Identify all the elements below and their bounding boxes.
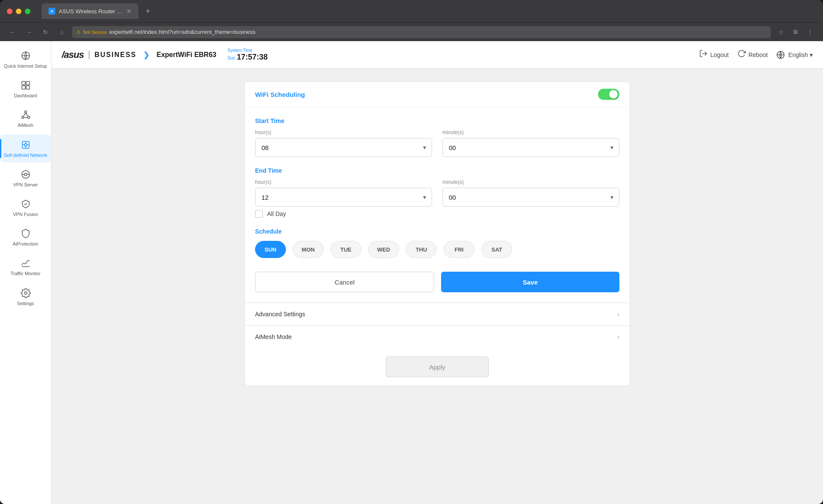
bookmark-button[interactable]: ☆ — [775, 26, 787, 38]
sidebar-item-quick-internet-setup[interactable]: Quick Internet Setup — [0, 45, 51, 73]
browser-frame: A ASUS Wireless Router Exper... ✕ + ← → … — [0, 0, 823, 504]
system-time-day: Sun — [228, 56, 235, 60]
start-hours-value: 08 — [261, 144, 269, 151]
sidebar-item-aiprotection[interactable]: AiProtection — [0, 223, 51, 251]
header: /asus | BUSINESS ❯ ExpertWiFi EBR63 Syst… — [51, 41, 823, 69]
end-hours-select[interactable]: 12 ▾ — [255, 188, 432, 207]
menu-button[interactable]: ⋮ — [804, 26, 816, 38]
apply-button[interactable]: Apply — [386, 357, 489, 377]
browser-tab[interactable]: A ASUS Wireless Router Exper... ✕ — [42, 3, 138, 19]
svg-point-18 — [24, 173, 27, 176]
reboot-icon — [737, 49, 746, 60]
system-time-block: System Time Sun 17:57:38 — [228, 48, 268, 62]
day-button-sun[interactable]: SUN — [255, 241, 286, 258]
reload-button[interactable]: ↻ — [39, 26, 51, 38]
maximize-window-button[interactable] — [25, 9, 30, 14]
forward-button[interactable]: → — [23, 26, 35, 38]
sidebar-label-settings: Settings — [17, 301, 34, 306]
system-time-row: System Time — [228, 48, 252, 53]
svg-rect-4 — [26, 86, 30, 89]
address-bar[interactable]: ⚠ Not Secure expertwifi.net/index.html?u… — [72, 26, 771, 38]
end-minutes-select[interactable]: 00 ▾ — [442, 188, 619, 207]
sidebar-item-aimesh[interactable]: AiMesh — [0, 105, 51, 132]
language-chevron-icon: ▾ — [810, 51, 813, 58]
sidebar-label-vpn-server: VPN Server — [13, 182, 38, 188]
home-button[interactable]: ⌂ — [56, 26, 68, 38]
start-hours-select[interactable]: 08 ▾ — [255, 138, 432, 157]
url-display: expertwifi.net/index.html?url=sdn&curren… — [109, 29, 255, 35]
start-minutes-wrapper: 00 ▾ — [442, 138, 619, 157]
settings-icon — [20, 287, 32, 299]
allday-checkbox[interactable] — [255, 210, 263, 218]
asus-brand-text: /asus — [62, 49, 84, 60]
vpn-fusion-icon — [20, 198, 32, 210]
day-button-tue[interactable]: TUE — [330, 241, 361, 258]
new-tab-button[interactable]: + — [142, 5, 154, 17]
start-hours-field: hour(s) 08 ▾ — [255, 129, 432, 157]
end-hours-label: hour(s) — [255, 179, 432, 185]
end-time-row: hour(s) 12 ▾ minute(s) — [255, 179, 619, 207]
end-time-section: End Time hour(s) 12 ▾ — [255, 167, 619, 218]
end-time-label: End Time — [255, 167, 619, 174]
traffic-lights — [7, 9, 30, 14]
advanced-settings-label: Advanced Settings — [255, 311, 305, 318]
day-button-thu[interactable]: THU — [406, 241, 437, 258]
svg-point-12 — [24, 144, 27, 146]
aimesh-mode-section[interactable]: AiMesh Mode › — [245, 325, 630, 348]
sidebar-label-vpn-fusion: VPN Fusion — [13, 212, 38, 217]
tab-title: ASUS Wireless Router Exper... — [59, 8, 123, 15]
extensions-button[interactable]: ⧉ — [790, 26, 802, 38]
system-time-value: 17:57:38 — [237, 53, 268, 62]
language-dropdown[interactable]: English ▾ — [776, 51, 813, 59]
not-secure-label: Not Secure — [83, 30, 107, 35]
sidebar-item-dashboard[interactable]: Dashboard — [0, 75, 51, 103]
router-name: ExpertWiFi EBR63 — [156, 51, 216, 59]
advanced-settings-section[interactable]: Advanced Settings › — [245, 303, 630, 325]
day-button-wed[interactable]: WED — [368, 241, 399, 258]
logout-icon — [699, 49, 708, 60]
wifi-scheduling-toggle[interactable] — [598, 89, 619, 100]
start-minutes-select[interactable]: 00 ▾ — [442, 138, 619, 157]
start-minutes-field: minute(s) 00 ▾ — [442, 129, 619, 157]
start-minutes-chevron-icon: ▾ — [610, 144, 613, 151]
tab-close-button[interactable]: ✕ — [126, 8, 132, 15]
back-button[interactable]: ← — [7, 26, 19, 38]
save-button[interactable]: Save — [441, 272, 619, 292]
toggle-background — [598, 89, 619, 100]
allday-label: All Day — [267, 210, 286, 217]
reboot-button[interactable]: Reboot — [737, 49, 768, 60]
start-hours-wrapper: 08 ▾ — [255, 138, 432, 157]
sidebar-item-vpn-server[interactable]: VPN Server — [0, 164, 51, 192]
end-minutes-chevron-icon: ▾ — [610, 194, 613, 201]
end-hours-wrapper: 12 ▾ — [255, 188, 432, 207]
logout-button[interactable]: Logout — [699, 49, 729, 60]
globe-icon — [776, 51, 787, 59]
nav-bar: ← → ↻ ⌂ ⚠ Not Secure expertwifi.net/inde… — [0, 22, 823, 41]
main-content: /asus | BUSINESS ❯ ExpertWiFi EBR63 Syst… — [51, 41, 823, 504]
day-button-fri[interactable]: FRI — [444, 241, 475, 258]
day-button-mon[interactable]: MON — [293, 241, 324, 258]
aimesh-icon — [20, 109, 32, 121]
sidebar-item-settings[interactable]: Settings — [0, 283, 51, 311]
wifi-scheduling-card: WiFi Scheduling Start Time — [244, 81, 630, 386]
day-button-sat[interactable]: SAT — [481, 241, 512, 258]
cancel-button[interactable]: Cancel — [255, 272, 434, 292]
logo-separator: | — [88, 50, 90, 60]
quick-internet-setup-icon — [20, 50, 32, 62]
start-minutes-value: 00 — [449, 144, 456, 151]
self-defined-network-icon — [20, 139, 32, 151]
action-row: Cancel Save — [255, 272, 619, 292]
vpn-server-icon — [20, 168, 32, 180]
sidebar-item-self-defined-network[interactable]: Self-defined Network — [0, 135, 51, 162]
start-minutes-label: minute(s) — [442, 129, 619, 135]
end-minutes-field: minute(s) 00 ▾ — [442, 179, 619, 207]
end-hours-field: hour(s) 12 ▾ — [255, 179, 432, 207]
sidebar: Quick Internet Setup Dashboard — [0, 41, 51, 504]
end-minutes-wrapper: 00 ▾ — [442, 188, 619, 207]
sidebar-item-traffic-monitor[interactable]: Traffic Monitor — [0, 253, 51, 281]
close-window-button[interactable] — [7, 9, 12, 14]
svg-line-8 — [23, 113, 26, 117]
sidebar-label-self-defined-network: Self-defined Network — [3, 153, 47, 158]
sidebar-item-vpn-fusion[interactable]: VPN Fusion — [0, 194, 51, 222]
minimize-window-button[interactable] — [16, 9, 21, 14]
